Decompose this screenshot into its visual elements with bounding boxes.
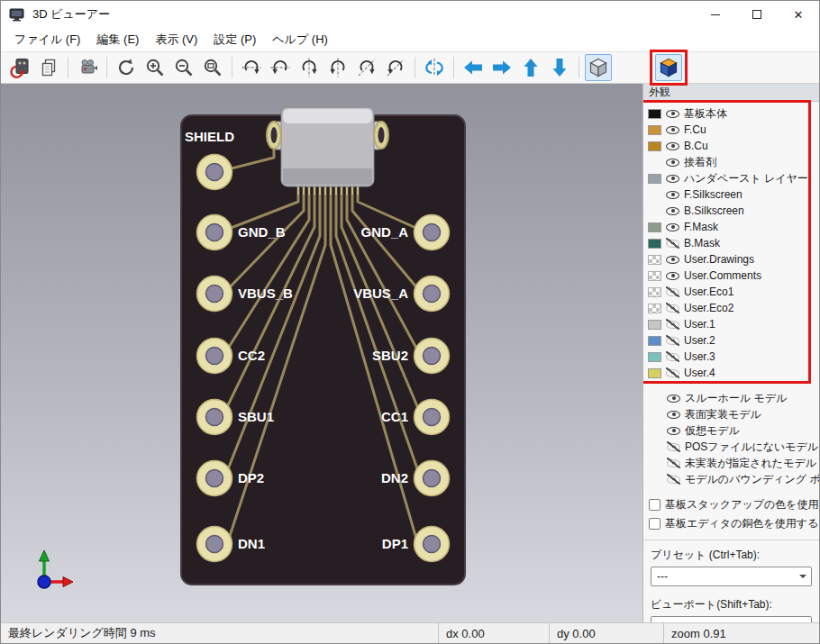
layer-row-bsilkscreen[interactable]: B.Silkscreen	[643, 203, 819, 219]
layer-color-swatch[interactable]	[648, 141, 661, 151]
layer-color-swatch[interactable]	[648, 125, 661, 135]
pcb-render: SHIELD GND_B GND_A VBUS_B VBUS_A CC2 SBU…	[1, 84, 642, 624]
layer-color-swatch[interactable]	[648, 304, 661, 313]
layer-row-fcu[interactable]: F.Cu	[643, 122, 819, 138]
menu-edit[interactable]: 編集 (E)	[88, 29, 147, 50]
layer-row-fmask[interactable]: F.Mask	[643, 219, 819, 235]
3d-viewport[interactable]: SHIELD GND_B GND_A VBUS_B VBUS_A CC2 SBU…	[1, 84, 642, 622]
layer-color-swatch[interactable]	[648, 336, 661, 346]
layer-row-solderpaste[interactable]: ハンダペースト レイヤー	[643, 170, 819, 186]
ortho-projection-button[interactable]	[585, 54, 612, 81]
model-row-through-hole[interactable]: スルーホール モデル	[643, 390, 819, 406]
chevron-down-icon[interactable]	[795, 571, 811, 582]
render-view-button[interactable]	[74, 54, 101, 81]
pan-down-button[interactable]	[546, 54, 573, 81]
visibility-eye-icon[interactable]	[667, 425, 680, 436]
minimize-button[interactable]	[695, 1, 736, 28]
layer-row-board-body[interactable]: 基板本体	[643, 105, 819, 122]
menu-help[interactable]: ヘルプ (H)	[264, 29, 336, 50]
layer-row-user2[interactable]: User.2	[643, 332, 819, 349]
axis-indicator	[38, 550, 73, 588]
visibility-eye-icon[interactable]	[666, 254, 679, 265]
model-row-bounding-box[interactable]: モデルのバウンディング ボック	[643, 471, 819, 487]
refresh-view-button[interactable]	[113, 54, 140, 81]
layer-row-fsilkscreen[interactable]: F.Silkscreen	[643, 186, 819, 203]
layer-row-user-comments[interactable]: User.Comments	[643, 268, 819, 284]
rotate-z-cw-button[interactable]	[353, 54, 380, 81]
layer-color-swatch[interactable]	[648, 174, 661, 184]
model-row-not-in-pos[interactable]: POSファイルにないモデル	[643, 439, 819, 455]
layer-row-bmask[interactable]: B.Mask	[643, 235, 819, 251]
visibility-eye-icon[interactable]	[666, 124, 679, 135]
visibility-eye-icon[interactable]	[666, 222, 679, 232]
rotate-y-ccw-button[interactable]	[324, 54, 351, 81]
use-editor-copper-color-option[interactable]: 基板エディタの銅色を使用する	[643, 514, 819, 533]
layer-color-swatch[interactable]	[648, 352, 661, 362]
layer-row-user4[interactable]: User.4	[643, 365, 819, 381]
visibility-eye-icon[interactable]	[666, 205, 679, 216]
visibility-eye-icon[interactable]	[666, 286, 679, 297]
pad-label: VBUS_B	[238, 286, 293, 301]
pan-up-button[interactable]	[517, 54, 544, 81]
maximize-button[interactable]	[736, 1, 778, 28]
visibility-eye-icon[interactable]	[667, 458, 680, 468]
visibility-eye-icon[interactable]	[666, 108, 679, 119]
visibility-eye-icon[interactable]	[666, 303, 679, 313]
visibility-eye-icon[interactable]	[666, 367, 679, 378]
pan-right-button[interactable]	[488, 54, 515, 81]
reload-board-button[interactable]	[6, 54, 33, 81]
layer-color-swatch[interactable]	[648, 271, 661, 281]
layer-color-swatch[interactable]	[648, 320, 661, 330]
visibility-eye-icon[interactable]	[666, 270, 679, 281]
menubar: ファイル (F) 編集 (E) 表示 (V) 設定 (P) ヘルプ (H)	[1, 28, 819, 51]
visibility-eye-icon[interactable]	[667, 409, 680, 420]
layer-color-swatch[interactable]	[648, 222, 661, 232]
visibility-eye-icon[interactable]	[666, 189, 679, 200]
visibility-eye-icon[interactable]	[667, 393, 680, 404]
raytracing-button[interactable]	[655, 54, 682, 81]
layer-color-swatch[interactable]	[648, 368, 661, 378]
visibility-eye-icon[interactable]	[667, 474, 680, 485]
zoom-out-button[interactable]	[170, 54, 197, 81]
copy-image-button[interactable]	[35, 54, 62, 81]
visibility-eye-icon[interactable]	[666, 173, 679, 184]
menu-view[interactable]: 表示 (V)	[147, 29, 205, 50]
rotate-y-cw-button[interactable]	[296, 54, 323, 81]
layer-color-swatch[interactable]	[648, 255, 661, 265]
viewport-combobox[interactable]	[651, 616, 812, 622]
layer-row-user-drawings[interactable]: User.Drawings	[643, 251, 819, 268]
menu-preferences[interactable]: 設定 (P)	[205, 29, 264, 50]
layer-row-adhesive[interactable]: 接着剤	[643, 154, 819, 170]
layer-row-bcu[interactable]: B.Cu	[643, 138, 819, 154]
use-stackup-colors-option[interactable]: 基板スタックアップの色を使用	[643, 495, 819, 514]
layer-row-user-eco1[interactable]: User.Eco1	[643, 284, 819, 300]
zoom-in-button[interactable]	[141, 54, 169, 81]
preset-combobox[interactable]: ---	[651, 567, 812, 586]
layer-color-swatch[interactable]	[648, 287, 661, 297]
visibility-eye-icon[interactable]	[666, 238, 679, 249]
model-row-virtual[interactable]: 仮想モデル	[643, 422, 819, 439]
layer-row-user1[interactable]: User.1	[643, 316, 819, 332]
zoom-fit-button[interactable]	[199, 54, 226, 81]
flip-board-button[interactable]	[421, 54, 448, 81]
visibility-eye-icon[interactable]	[666, 351, 679, 362]
rotate-x-cw-button[interactable]	[238, 54, 265, 81]
visibility-eye-icon[interactable]	[666, 319, 679, 330]
menu-file[interactable]: ファイル (F)	[6, 29, 88, 50]
model-row-smd[interactable]: 表面実装モデル	[643, 406, 819, 422]
visibility-eye-icon[interactable]	[666, 335, 679, 346]
rotate-z-ccw-button[interactable]	[382, 54, 409, 81]
layer-row-user3[interactable]: User.3	[643, 349, 819, 365]
layer-color-swatch[interactable]	[648, 109, 661, 119]
rotate-x-ccw-button[interactable]	[267, 54, 294, 81]
visibility-eye-icon[interactable]	[666, 141, 679, 151]
close-button[interactable]: ✕	[778, 1, 819, 28]
visibility-eye-icon[interactable]	[667, 441, 680, 452]
layer-row-user-eco2[interactable]: User.Eco2	[643, 300, 819, 316]
visibility-eye-icon[interactable]	[666, 157, 679, 168]
checkbox-icon[interactable]	[649, 499, 661, 511]
layer-color-swatch[interactable]	[648, 239, 661, 249]
pan-left-button[interactable]	[460, 54, 487, 81]
model-row-dnp[interactable]: 未実装が指定されたモデル	[643, 455, 819, 471]
checkbox-icon[interactable]	[649, 518, 661, 530]
